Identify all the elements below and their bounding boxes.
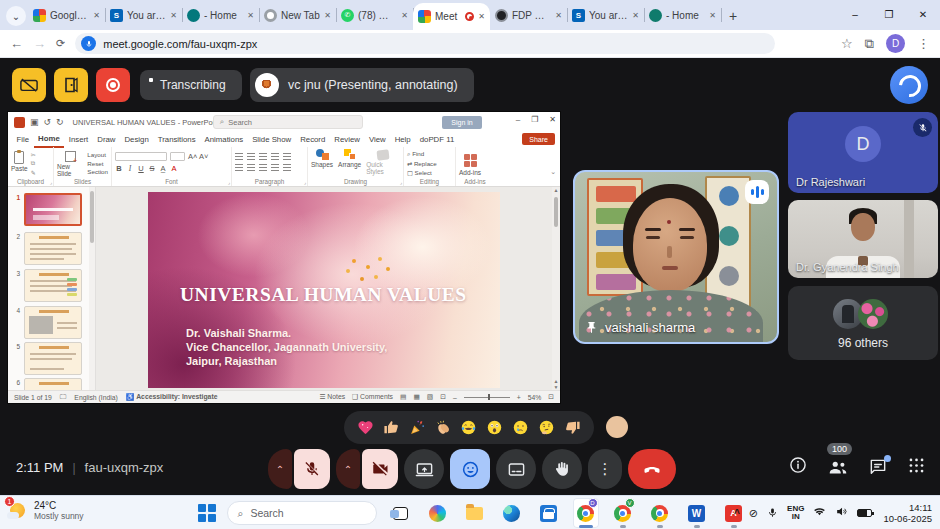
thumbnail-row-1[interactable]: 1	[12, 193, 82, 226]
menu-file[interactable]: File	[12, 132, 34, 147]
thumbnail-scrollbar[interactable]	[89, 187, 95, 390]
paste-button[interactable]: Paste	[11, 149, 28, 177]
others-tile[interactable]: 96 others	[788, 286, 938, 360]
meeting-details-button[interactable]	[788, 455, 808, 479]
slide-1-thumbnail[interactable]	[24, 193, 82, 226]
people-panel-button[interactable]: 100	[827, 456, 849, 478]
taskbar-clock[interactable]: 14:11 10-06-2025	[883, 502, 932, 524]
zoom-out-icon[interactable]: –	[453, 394, 457, 401]
reaction-thinking-icon[interactable]	[536, 418, 556, 438]
forward-icon[interactable]: →	[33, 36, 46, 51]
close-icon[interactable]: ✕	[247, 11, 254, 20]
share-button[interactable]: Share	[522, 133, 555, 145]
participant-tile-rajeshwari[interactable]: D Dr Rajeshwari	[788, 112, 938, 193]
thumbnail-row-5[interactable]: 5	[12, 342, 82, 375]
exit-annotation-button[interactable]	[54, 68, 88, 102]
reaction-sparkling-heart-icon[interactable]	[356, 418, 376, 438]
find-button[interactable]: ⌕ Find	[407, 150, 437, 158]
task-view-button[interactable]	[388, 498, 414, 528]
battery-icon[interactable]	[857, 509, 872, 517]
start-button[interactable]	[198, 504, 216, 522]
tab-search-button[interactable]: ⌄	[6, 6, 26, 26]
reaction-party-popper-icon[interactable]	[407, 418, 427, 438]
menu-help[interactable]: Help	[390, 132, 415, 147]
do-not-disturb-icon[interactable]: ⊘	[749, 507, 758, 520]
normal-view-icon[interactable]: ▤	[400, 393, 406, 401]
tab-fdp-day[interactable]: FDP Day ✕	[490, 3, 567, 27]
reset-button[interactable]: Reset	[87, 160, 108, 167]
collapse-ribbon-icon[interactable]: ⌄	[546, 168, 560, 186]
slide-sorter-icon[interactable]: ▦	[413, 393, 419, 401]
mic-mute-button[interactable]	[294, 449, 330, 489]
font-name-box[interactable]	[115, 152, 167, 161]
back-icon[interactable]: ←	[10, 36, 23, 51]
slideshow-icon[interactable]: ⊡	[440, 393, 446, 401]
slide-6-thumbnail[interactable]	[24, 378, 82, 390]
section-button[interactable]: Section	[87, 168, 108, 175]
skin-tone-selector[interactable]	[606, 416, 628, 438]
address-bar[interactable]: meet.google.com/fau-uxqm-zpx	[75, 33, 775, 54]
reaction-thumbs-up-icon[interactable]	[382, 418, 402, 438]
word-button[interactable]: W	[684, 498, 710, 528]
presenter-pill[interactable]: vc jnu (Presenting, annotating)	[250, 68, 474, 102]
chrome-profile-d-button[interactable]: D	[573, 498, 599, 528]
tab-whatsapp[interactable]: ✆ (78) What ✕	[336, 3, 413, 27]
paragraph-controls[interactable]	[235, 149, 293, 177]
bookmark-star-icon[interactable]: ☆	[841, 36, 853, 51]
more-options-button[interactable]: ⋮	[588, 449, 622, 489]
dialog-launcher-icon[interactable]: ⌟	[304, 179, 306, 185]
close-icon[interactable]: ✕	[555, 11, 562, 20]
notes-button[interactable]: ☰ Notes	[319, 393, 345, 401]
transcribing-pill[interactable]: Transcribing	[140, 70, 242, 100]
font-size-box[interactable]	[170, 152, 185, 161]
restore-button[interactable]: ❐	[872, 9, 906, 20]
slide-5-thumbnail[interactable]	[24, 342, 82, 375]
comments-button[interactable]: ❑ Comments	[352, 393, 393, 401]
slide-4-thumbnail[interactable]	[24, 306, 82, 339]
menu-review[interactable]: Review	[330, 132, 365, 147]
tab-home-2[interactable]: - Home ✕	[644, 3, 721, 27]
extensions-icon[interactable]: ⧉	[865, 36, 874, 52]
zoom-slider[interactable]	[464, 397, 510, 398]
new-tab-button[interactable]: +	[729, 8, 737, 24]
dialog-launcher-icon[interactable]: ⌟	[228, 179, 230, 185]
language-switcher[interactable]: ENG IN	[787, 505, 804, 522]
save-icon[interactable]: ▣	[30, 117, 39, 127]
quick-styles-button[interactable]: Quick Styles	[366, 149, 400, 177]
thumbnail-row-6[interactable]: 6	[12, 378, 82, 390]
tab-home-1[interactable]: - Home ✕	[182, 3, 259, 27]
undo-icon[interactable]: ↺	[44, 117, 52, 127]
slide-3-thumbnail[interactable]	[24, 269, 82, 302]
volume-icon[interactable]	[835, 504, 848, 522]
recording-button[interactable]	[96, 68, 130, 102]
layout-button[interactable]: Layout	[87, 151, 108, 158]
store-button[interactable]	[536, 498, 562, 528]
chrome-button[interactable]	[647, 498, 673, 528]
chrome-profile-v-button[interactable]: V	[610, 498, 636, 528]
taskbar-search[interactable]: ⌕ Search	[227, 501, 377, 525]
grow-font-button[interactable]: A˄	[188, 152, 196, 161]
display-settings-icon[interactable]: 🖵	[60, 393, 67, 401]
present-screen-button[interactable]	[404, 449, 444, 489]
menu-record[interactable]: Record	[296, 132, 330, 147]
tray-mic-icon[interactable]	[767, 504, 778, 522]
close-icon[interactable]: ✕	[401, 11, 408, 20]
italic-button[interactable]: I	[126, 164, 134, 173]
participant-tile-vaishali[interactable]: vaishali sharma	[573, 170, 779, 344]
reaction-tears-of-joy-icon[interactable]	[459, 418, 479, 438]
bold-button[interactable]: B	[115, 164, 123, 173]
camera-off-button[interactable]	[362, 449, 398, 489]
new-slide-button[interactable]: New Slide	[57, 149, 84, 177]
copilot-button[interactable]	[425, 498, 451, 528]
dialog-launcher-icon[interactable]: ⌟	[400, 179, 402, 185]
reading-view-icon[interactable]: ▧	[427, 393, 433, 401]
reaction-clapping-hands-icon[interactable]	[433, 418, 453, 438]
weather-widget[interactable]: 1 24°C Mostly sunny	[6, 499, 84, 521]
profile-avatar[interactable]: D	[886, 34, 905, 53]
reaction-thumbs-down-icon[interactable]	[562, 418, 582, 438]
dialog-launcher-icon[interactable]: ⌟	[50, 179, 52, 185]
wifi-icon[interactable]	[813, 504, 826, 522]
ppt-close-button[interactable]: ✕	[549, 115, 556, 124]
menu-animations[interactable]: Animations	[200, 132, 248, 147]
tab-new-tab[interactable]: New Tab ✕	[259, 3, 336, 27]
